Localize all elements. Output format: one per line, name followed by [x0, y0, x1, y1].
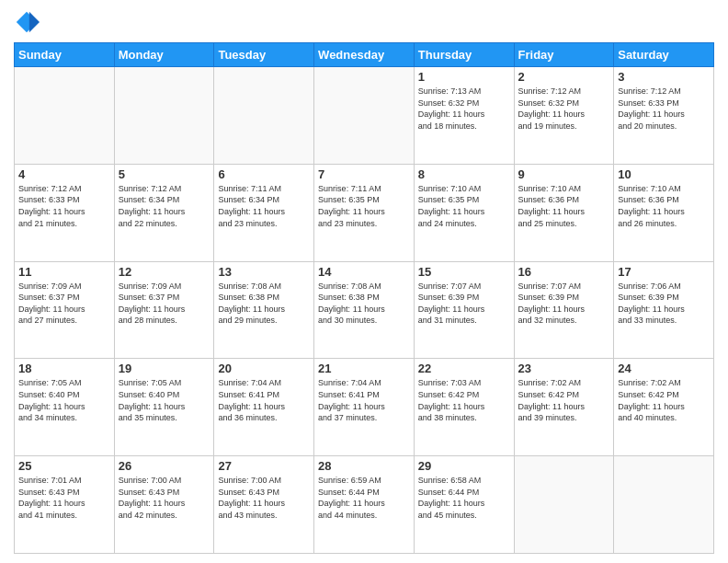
calendar-day-14: 14Sunrise: 7:08 AM Sunset: 6:38 PM Dayli… — [314, 261, 415, 359]
weekday-header-sunday: Sunday — [15, 43, 115, 67]
day-number: 9 — [518, 167, 610, 181]
day-number: 25 — [18, 459, 110, 473]
svg-marker-1 — [29, 12, 40, 32]
day-info: Sunrise: 7:10 AM Sunset: 6:36 PM Dayligh… — [618, 183, 710, 229]
calendar-day-13: 13Sunrise: 7:08 AM Sunset: 6:38 PM Dayli… — [214, 261, 314, 359]
calendar-week-row: 1Sunrise: 7:13 AM Sunset: 6:32 PM Daylig… — [15, 67, 714, 165]
calendar-empty-cell — [114, 67, 214, 165]
calendar-week-row: 25Sunrise: 7:01 AM Sunset: 6:43 PM Dayli… — [15, 456, 714, 554]
day-number: 22 — [418, 362, 510, 375]
calendar-day-7: 7Sunrise: 7:11 AM Sunset: 6:35 PM Daylig… — [314, 164, 415, 261]
calendar-day-18: 18Sunrise: 7:05 AM Sunset: 6:40 PM Dayli… — [15, 359, 115, 456]
calendar-week-row: 18Sunrise: 7:05 AM Sunset: 6:40 PM Dayli… — [15, 359, 714, 456]
day-number: 29 — [418, 459, 510, 473]
day-number: 7 — [318, 167, 410, 181]
logo — [14, 9, 43, 35]
calendar-day-28: 28Sunrise: 6:59 AM Sunset: 6:44 PM Dayli… — [314, 456, 415, 554]
calendar-day-16: 16Sunrise: 7:07 AM Sunset: 6:39 PM Dayli… — [514, 261, 614, 359]
day-info: Sunrise: 7:13 AM Sunset: 6:32 PM Dayligh… — [418, 86, 510, 132]
day-info: Sunrise: 7:12 AM Sunset: 6:33 PM Dayligh… — [18, 183, 110, 229]
header — [14, 9, 714, 35]
day-number: 8 — [418, 167, 510, 181]
calendar-day-3: 3Sunrise: 7:12 AM Sunset: 6:33 PM Daylig… — [614, 67, 714, 165]
day-number: 24 — [618, 362, 710, 375]
day-number: 12 — [119, 265, 210, 279]
calendar-day-17: 17Sunrise: 7:06 AM Sunset: 6:39 PM Dayli… — [614, 261, 714, 359]
day-number: 4 — [18, 167, 110, 181]
day-number: 20 — [218, 362, 310, 375]
day-info: Sunrise: 7:10 AM Sunset: 6:35 PM Dayligh… — [418, 183, 510, 229]
calendar-day-21: 21Sunrise: 7:04 AM Sunset: 6:41 PM Dayli… — [314, 359, 415, 456]
day-number: 21 — [318, 362, 410, 375]
day-info: Sunrise: 7:11 AM Sunset: 6:34 PM Dayligh… — [218, 183, 310, 229]
day-info: Sunrise: 7:02 AM Sunset: 6:42 PM Dayligh… — [518, 377, 610, 423]
day-number: 5 — [119, 167, 210, 181]
day-info: Sunrise: 7:10 AM Sunset: 6:36 PM Dayligh… — [518, 183, 610, 229]
calendar-day-12: 12Sunrise: 7:09 AM Sunset: 6:37 PM Dayli… — [114, 261, 214, 359]
day-number: 16 — [518, 265, 610, 279]
weekday-header-saturday: Saturday — [614, 43, 714, 67]
calendar-empty-cell — [314, 67, 415, 165]
day-number: 26 — [119, 459, 210, 473]
day-info: Sunrise: 7:08 AM Sunset: 6:38 PM Dayligh… — [218, 281, 310, 327]
day-info: Sunrise: 7:07 AM Sunset: 6:39 PM Dayligh… — [518, 281, 610, 327]
day-info: Sunrise: 6:58 AM Sunset: 6:44 PM Dayligh… — [418, 475, 510, 521]
day-info: Sunrise: 7:02 AM Sunset: 6:42 PM Dayligh… — [618, 377, 710, 423]
day-number: 2 — [518, 70, 610, 84]
weekday-header-tuesday: Tuesday — [214, 43, 314, 67]
day-number: 15 — [418, 265, 510, 279]
day-number: 13 — [218, 265, 310, 279]
calendar-header-row: SundayMondayTuesdayWednesdayThursdayFrid… — [15, 43, 714, 67]
calendar-day-27: 27Sunrise: 7:00 AM Sunset: 6:43 PM Dayli… — [214, 456, 314, 554]
day-number: 1 — [418, 70, 510, 84]
calendar-empty-cell — [214, 67, 314, 165]
day-info: Sunrise: 7:01 AM Sunset: 6:43 PM Dayligh… — [18, 475, 110, 521]
day-number: 19 — [119, 362, 210, 375]
day-info: Sunrise: 7:04 AM Sunset: 6:41 PM Dayligh… — [218, 377, 310, 423]
logo-icon — [14, 9, 40, 35]
day-info: Sunrise: 7:12 AM Sunset: 6:34 PM Dayligh… — [119, 183, 210, 229]
day-info: Sunrise: 7:06 AM Sunset: 6:39 PM Dayligh… — [618, 281, 710, 327]
calendar-day-11: 11Sunrise: 7:09 AM Sunset: 6:37 PM Dayli… — [15, 261, 115, 359]
calendar-day-25: 25Sunrise: 7:01 AM Sunset: 6:43 PM Dayli… — [15, 456, 115, 554]
day-info: Sunrise: 7:03 AM Sunset: 6:42 PM Dayligh… — [418, 377, 510, 423]
calendar-day-20: 20Sunrise: 7:04 AM Sunset: 6:41 PM Dayli… — [214, 359, 314, 456]
calendar-week-row: 4Sunrise: 7:12 AM Sunset: 6:33 PM Daylig… — [15, 164, 714, 261]
calendar-day-26: 26Sunrise: 7:00 AM Sunset: 6:43 PM Dayli… — [114, 456, 214, 554]
calendar-day-24: 24Sunrise: 7:02 AM Sunset: 6:42 PM Dayli… — [614, 359, 714, 456]
calendar-day-15: 15Sunrise: 7:07 AM Sunset: 6:39 PM Dayli… — [414, 261, 514, 359]
day-info: Sunrise: 7:05 AM Sunset: 6:40 PM Dayligh… — [18, 377, 110, 423]
calendar-day-2: 2Sunrise: 7:12 AM Sunset: 6:32 PM Daylig… — [514, 67, 614, 165]
day-number: 28 — [318, 459, 410, 473]
calendar-table: SundayMondayTuesdayWednesdayThursdayFrid… — [14, 42, 714, 554]
day-info: Sunrise: 7:11 AM Sunset: 6:35 PM Dayligh… — [318, 183, 410, 229]
calendar-day-8: 8Sunrise: 7:10 AM Sunset: 6:35 PM Daylig… — [414, 164, 514, 261]
day-info: Sunrise: 6:59 AM Sunset: 6:44 PM Dayligh… — [318, 475, 410, 521]
day-info: Sunrise: 7:00 AM Sunset: 6:43 PM Dayligh… — [218, 475, 310, 521]
calendar-day-29: 29Sunrise: 6:58 AM Sunset: 6:44 PM Dayli… — [414, 456, 514, 554]
weekday-header-friday: Friday — [514, 43, 614, 67]
calendar-day-9: 9Sunrise: 7:10 AM Sunset: 6:36 PM Daylig… — [514, 164, 614, 261]
page: SundayMondayTuesdayWednesdayThursdayFrid… — [0, 0, 728, 563]
day-number: 14 — [318, 265, 410, 279]
calendar-week-row: 11Sunrise: 7:09 AM Sunset: 6:37 PM Dayli… — [15, 261, 714, 359]
day-number: 3 — [618, 70, 710, 84]
calendar-day-22: 22Sunrise: 7:03 AM Sunset: 6:42 PM Dayli… — [414, 359, 514, 456]
day-info: Sunrise: 7:00 AM Sunset: 6:43 PM Dayligh… — [119, 475, 210, 521]
calendar-day-19: 19Sunrise: 7:05 AM Sunset: 6:40 PM Dayli… — [114, 359, 214, 456]
day-info: Sunrise: 7:09 AM Sunset: 6:37 PM Dayligh… — [18, 281, 110, 327]
weekday-header-wednesday: Wednesday — [314, 43, 415, 67]
weekday-header-monday: Monday — [114, 43, 214, 67]
day-info: Sunrise: 7:12 AM Sunset: 6:32 PM Dayligh… — [518, 86, 610, 132]
day-number: 6 — [218, 167, 310, 181]
day-number: 23 — [518, 362, 610, 375]
calendar-day-6: 6Sunrise: 7:11 AM Sunset: 6:34 PM Daylig… — [214, 164, 314, 261]
calendar-empty-cell — [614, 456, 714, 554]
day-info: Sunrise: 7:12 AM Sunset: 6:33 PM Dayligh… — [618, 86, 710, 132]
weekday-header-thursday: Thursday — [414, 43, 514, 67]
calendar-empty-cell — [15, 67, 115, 165]
calendar-empty-cell — [514, 456, 614, 554]
day-info: Sunrise: 7:09 AM Sunset: 6:37 PM Dayligh… — [119, 281, 210, 327]
calendar-day-1: 1Sunrise: 7:13 AM Sunset: 6:32 PM Daylig… — [414, 67, 514, 165]
day-number: 17 — [618, 265, 710, 279]
